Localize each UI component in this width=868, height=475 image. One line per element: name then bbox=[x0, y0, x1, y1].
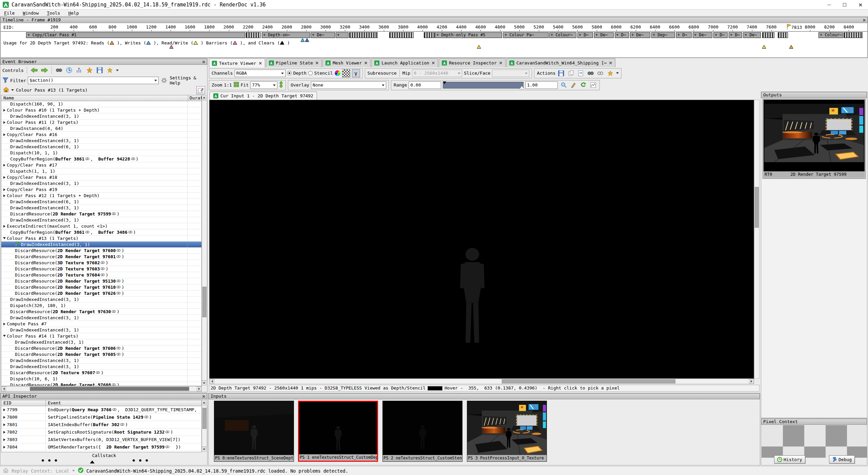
toolbar-more-chevron-icon[interactable] bbox=[116, 70, 119, 71]
tab-close-icon[interactable] bbox=[258, 61, 261, 64]
resource-link[interactable]: 2D Texture 97604 bbox=[57, 272, 100, 278]
event-row[interactable]: Dispatch(320, 180, 1) bbox=[1, 303, 201, 309]
resource-link[interactable]: 2D Render Target 97600 bbox=[57, 248, 116, 253]
input-thumbnail-customdepth[interactable]: PS 1 eneTexturesStruct_CustomDepthTextur bbox=[298, 401, 378, 462]
copy-texture-button[interactable] bbox=[567, 69, 575, 77]
resource-link[interactable]: Pipeline State 1429 bbox=[93, 415, 143, 420]
event-row[interactable]: DrawIndexedInstanced(3, 1) bbox=[1, 327, 201, 333]
fit-grid-icon[interactable] bbox=[234, 82, 239, 88]
resource-link[interactable]: 2D Render Target 97626 bbox=[57, 291, 116, 296]
event-browser-close-icon[interactable] bbox=[202, 60, 205, 64]
expand-right-icon[interactable] bbox=[3, 133, 5, 136]
texture-subtab[interactable]: Cur Input 1 - 2D Depth Target 97492 bbox=[210, 92, 317, 100]
current-eid-flag-icon[interactable]: 7813 bbox=[787, 24, 791, 31]
timeline-body[interactable]: EID: 20040060080010001200140016001800200… bbox=[0, 23, 868, 58]
range-max-input[interactable]: 1.00 bbox=[525, 81, 558, 89]
timeline-pass-block[interactable]: + D⋯ bbox=[676, 32, 692, 38]
autofit-range-icon[interactable] bbox=[569, 81, 577, 89]
splitter-dots[interactable]: ● ● ● bbox=[133, 458, 149, 462]
reset-range-icon[interactable] bbox=[579, 81, 587, 89]
timeline-pass-block[interactable]: + D⋯ bbox=[577, 32, 593, 38]
channels-select[interactable]: RGBA bbox=[235, 70, 285, 77]
timeline-close-icon[interactable] bbox=[862, 18, 866, 22]
resource-link[interactable]: 3D Texture 97602 bbox=[57, 260, 100, 265]
resource-link[interactable]: 2D Render Target 97606 bbox=[57, 346, 116, 351]
api-call-row[interactable]: 7801IASetIndexBuffer(Buffer 302) bbox=[1, 421, 201, 429]
event-row[interactable]: DrawIndexedInstanced(3, 1) bbox=[1, 364, 201, 370]
flip-y-icon[interactable] bbox=[279, 81, 283, 89]
tab-close-icon[interactable] bbox=[364, 61, 367, 64]
timeline-pass-block[interactable]: + Dep⋯ bbox=[651, 32, 675, 38]
event-row[interactable]: Compute Pass #7 bbox=[1, 321, 201, 327]
expand-right-icon[interactable] bbox=[3, 323, 5, 325]
texture-display[interactable] bbox=[209, 100, 754, 379]
api-vscrollbar[interactable] bbox=[202, 405, 207, 447]
save-texture-button[interactable] bbox=[557, 69, 565, 77]
tab-launch-application[interactable]: Launch Application bbox=[371, 58, 438, 67]
stencil-radio-label[interactable]: Stencil bbox=[314, 71, 333, 76]
timeline-event-stripes[interactable] bbox=[349, 32, 378, 38]
event-row[interactable]: DiscardResource(2D Render Target 97600) bbox=[1, 248, 201, 254]
resource-link[interactable]: Root Signature 1232 bbox=[114, 430, 165, 435]
expand-right-icon[interactable] bbox=[3, 408, 5, 411]
close-button[interactable] bbox=[852, 0, 868, 10]
timeline-usage-marker[interactable] bbox=[762, 45, 766, 49]
menu-window[interactable]: Window bbox=[19, 10, 43, 16]
event-row[interactable]: Copy/Clear Pass #16 bbox=[1, 132, 201, 138]
timeline-usage-marker[interactable] bbox=[789, 45, 793, 49]
range-histogram-icon[interactable] bbox=[589, 81, 597, 89]
expand-right-icon[interactable] bbox=[3, 423, 5, 426]
expand-right-icon[interactable] bbox=[3, 438, 5, 441]
event-row[interactable]: DrawIndexedInstanced(3, 1) bbox=[1, 339, 201, 345]
resource-link[interactable]: 2D Render Target 97601 bbox=[57, 254, 116, 259]
resource-link[interactable]: Buffer 3486 bbox=[98, 230, 127, 235]
api-scroll-up-icon[interactable] bbox=[202, 400, 206, 405]
pixel-history-button[interactable]: History bbox=[774, 455, 805, 463]
prev-event-button[interactable] bbox=[30, 66, 38, 74]
tab-close-icon[interactable] bbox=[432, 61, 435, 64]
overlay-select[interactable]: None bbox=[311, 81, 386, 89]
bookmark-button[interactable] bbox=[85, 66, 94, 74]
slice-face-select[interactable] bbox=[492, 70, 529, 77]
event-hscrollbar[interactable] bbox=[1, 386, 202, 392]
event-row[interactable]: DiscardResource(3D Texture 97602) bbox=[1, 260, 201, 266]
api-call-row[interactable]: 7804OMSetRenderTargets({ 2D Render Targe… bbox=[1, 443, 201, 451]
event-row[interactable]: DrawIndexedInstanced(6, 1) bbox=[1, 199, 201, 205]
api-call-row[interactable]: 7800SetPipelineState(Pipeline State 1429… bbox=[1, 414, 201, 421]
replay-home-icon[interactable] bbox=[3, 468, 9, 474]
zoom-1to1-button[interactable]: 1:1 bbox=[224, 82, 232, 88]
event-row[interactable]: DiscardResource(2D Render Target 97606) bbox=[1, 345, 201, 352]
texture-vscrollbar[interactable] bbox=[754, 100, 760, 379]
expand-right-icon[interactable] bbox=[3, 194, 5, 197]
timeline-usage-marker[interactable] bbox=[300, 38, 305, 42]
eid-ruler[interactable]: 2004006008001000120014001600180020002200… bbox=[1, 24, 867, 31]
goto-location-button[interactable] bbox=[587, 69, 595, 77]
expand-right-icon[interactable] bbox=[3, 416, 5, 419]
stencil-radio[interactable] bbox=[308, 71, 313, 75]
replay-context-label[interactable]: Replay Context: Local bbox=[12, 468, 70, 474]
zoom-select[interactable]: 77% bbox=[250, 81, 277, 89]
resource-link[interactable]: 2D Render Target 97599 bbox=[106, 444, 164, 450]
next-event-button[interactable] bbox=[40, 66, 48, 74]
event-row[interactable]: DiscardResource(2D Texture 97607) bbox=[1, 370, 201, 376]
event-row[interactable]: Colour Pass #14 (1 Targets) bbox=[1, 333, 201, 339]
timeline-pass-block[interactable]: + Colour⋯ bbox=[818, 32, 843, 38]
event-row[interactable]: Dispatch(160, 90, 1) bbox=[1, 101, 201, 107]
link-resource-icon[interactable] bbox=[596, 69, 605, 77]
expand-down-icon[interactable] bbox=[3, 335, 6, 337]
input-thumbnail-customstencil[interactable]: PS 2 neTexturesStruct_CustomStencilTextu bbox=[382, 401, 462, 462]
api-table-header[interactable]: EID Event bbox=[1, 400, 202, 406]
home-icon[interactable] bbox=[3, 87, 9, 93]
expand-right-icon[interactable] bbox=[3, 431, 5, 434]
input-thumbnail-scene[interactable]: PS 3 PostProcessInput_0_Texture bbox=[467, 401, 547, 462]
pixel-debug-button[interactable]: Debug bbox=[829, 455, 855, 463]
event-row[interactable]: DrawIndexedInstanced(3, 1) bbox=[1, 217, 201, 223]
api-inspector-close-icon[interactable] bbox=[202, 395, 205, 398]
event-vscroll-thumb[interactable] bbox=[202, 287, 206, 317]
tab-close-icon[interactable] bbox=[315, 61, 318, 64]
resource-link[interactable]: 2D Render Target 97630 bbox=[53, 309, 111, 314]
resource-link[interactable]: 2D Texture 97607 bbox=[53, 370, 95, 375]
timeline-pass-block[interactable]: + Copy/Clear Pass #1 bbox=[26, 32, 245, 38]
filter-favorites-icon[interactable] bbox=[106, 66, 114, 74]
event-table-header[interactable]: Name Durati bbox=[1, 95, 202, 101]
